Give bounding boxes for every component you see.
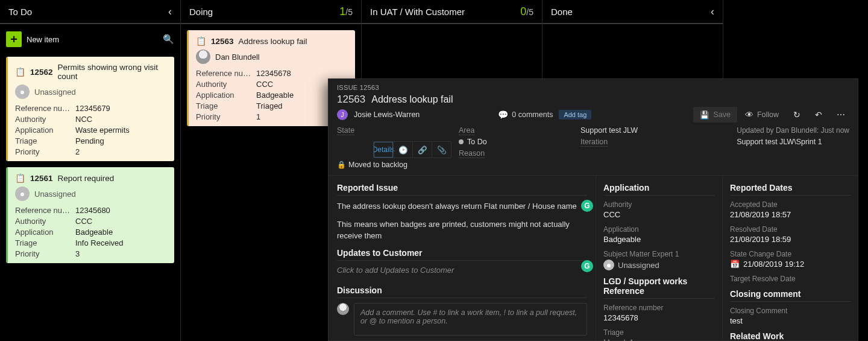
card-title-text: Address lookup fail xyxy=(239,37,307,46)
column-title: Done xyxy=(551,7,573,17)
detail-tab-bar: Details 🕑 🔗 📎 xyxy=(373,141,451,158)
wip-count: 0/5 xyxy=(520,5,533,18)
avatar xyxy=(196,49,210,64)
avatar-unassigned-icon: ● xyxy=(603,260,614,270)
updates-placeholder[interactable]: Click to add Updates to Customer xyxy=(337,266,587,275)
refresh-button[interactable]: ↻ xyxy=(787,107,807,123)
column-title: In UAT / With Customer xyxy=(370,7,465,17)
application-heading: Application xyxy=(603,183,715,196)
grammarly-icon[interactable]: G xyxy=(581,260,593,272)
tab-details[interactable]: Details xyxy=(374,142,393,158)
card-id: 12562 xyxy=(30,68,53,77)
reported-issue-text[interactable]: This means when badges are printed, cust… xyxy=(337,218,587,242)
assignee-label: Unassigned xyxy=(34,190,76,199)
attachment-icon: 📎 xyxy=(437,145,447,155)
dates-heading: Reported Dates xyxy=(730,183,851,196)
workitem-icon: 📋 xyxy=(196,36,206,46)
triage-value[interactable]: More Info xyxy=(603,338,715,340)
iteration-value[interactable]: Support test JLW\Sprint 1 xyxy=(737,138,849,147)
add-icon[interactable]: + xyxy=(6,31,22,47)
closing-comment-value[interactable]: test xyxy=(730,316,851,325)
reported-issue-heading: Reported Issue xyxy=(337,183,587,196)
card-id: 12563 xyxy=(211,37,234,46)
state-dot-icon xyxy=(459,139,464,144)
new-item-row[interactable]: + New item 🔍 xyxy=(6,30,174,51)
avatar-unassigned-icon: ● xyxy=(15,84,30,99)
grammarly-icon[interactable]: G xyxy=(581,200,593,212)
detail-side-dates: Reported Dates Accepted Date21/08/2019 1… xyxy=(722,176,858,340)
column-todo: To Do ‹ + New item 🔍 📋 12562 Permits sho… xyxy=(0,0,181,341)
save-icon: 💾 xyxy=(700,110,709,120)
state-value[interactable]: To Do xyxy=(459,138,573,147)
comment-icon: 💬 xyxy=(498,110,508,120)
accepted-date-value[interactable]: 21/08/2019 18:57 xyxy=(730,210,851,219)
reference-value[interactable]: 12345678 xyxy=(603,313,715,322)
area-value[interactable]: Support test JLW xyxy=(580,126,729,135)
avatar-unassigned-icon: ● xyxy=(15,186,30,201)
related-work-heading: Related Work xyxy=(730,331,851,340)
column-header-done: Done ‹ xyxy=(542,0,723,24)
closing-heading: Closing comment xyxy=(730,289,851,302)
breadcrumb: ISSUE 12563 xyxy=(337,84,849,91)
detail-assignee[interactable]: Josie Lewis-Warren xyxy=(354,110,420,119)
new-item-label: New item xyxy=(27,35,59,44)
application-value[interactable]: Badgeable xyxy=(603,235,715,244)
column-header-doing: Doing 1/5 xyxy=(181,0,361,24)
wip-count: 1/5 xyxy=(339,5,353,18)
comment-input[interactable]: Add a comment. Use # to link a work item… xyxy=(354,303,587,336)
column-title: Doing xyxy=(189,7,213,17)
more-button[interactable]: ⋯ xyxy=(830,107,852,123)
workitem-icon: 📋 xyxy=(15,173,25,183)
undo-button[interactable]: ↶ xyxy=(808,107,829,123)
reference-heading: LGD / Support works Reference xyxy=(603,276,715,299)
detail-id: 12563 xyxy=(337,94,365,106)
lock-icon: 🔒 xyxy=(337,161,346,169)
save-button[interactable]: 💾Save xyxy=(693,107,737,123)
updated-by-text: Updated by Dan Blundell: Just now xyxy=(737,126,849,135)
card-title-text: Report required xyxy=(58,174,115,183)
authority-value[interactable]: CCC xyxy=(603,210,715,219)
card-fields: Reference nu…12345679 AuthorityNCC Appli… xyxy=(15,104,167,156)
detail-side-application: Application AuthorityCCC ApplicationBadg… xyxy=(596,176,722,340)
discussion-heading: Discussion xyxy=(337,285,587,298)
assignee-label: Unassigned xyxy=(34,88,76,97)
chevron-left-icon[interactable]: ‹ xyxy=(711,5,714,18)
link-icon: 🔗 xyxy=(418,145,427,155)
detail-title[interactable]: Address lookup fail xyxy=(371,94,453,105)
undo-icon: ↶ xyxy=(815,110,822,120)
eye-icon: 👁 xyxy=(745,110,753,120)
card-12562[interactable]: 📋 12562 Permits showing wrong visit coun… xyxy=(6,57,174,161)
more-icon: ⋯ xyxy=(837,110,845,120)
card-id: 12561 xyxy=(30,174,53,183)
tab-history[interactable]: 🕑 xyxy=(393,142,412,158)
reason-value[interactable]: 🔒Moved to backlog xyxy=(337,161,451,169)
column-header-uat: In UAT / With Customer 0/5 xyxy=(362,0,542,24)
chevron-left-icon[interactable]: ‹ xyxy=(168,5,172,18)
avatar: J xyxy=(337,109,348,120)
tab-attachments[interactable]: 📎 xyxy=(432,142,451,158)
resolved-date-value[interactable]: 21/08/2019 18:59 xyxy=(730,235,851,244)
add-tag-button[interactable]: Add tag xyxy=(559,110,591,120)
tab-links[interactable]: 🔗 xyxy=(412,142,432,158)
state-change-date-value[interactable]: 📅21/08/2019 19:12 xyxy=(730,260,851,269)
column-title: To Do xyxy=(8,7,32,17)
column-header-todo: To Do ‹ xyxy=(0,0,180,24)
workitem-icon: 📋 xyxy=(15,67,25,77)
assignee-label: Dan Blundell xyxy=(215,53,260,62)
search-icon[interactable]: 🔍 xyxy=(163,34,174,45)
history-icon: 🕑 xyxy=(398,145,408,155)
workitem-detail-panel: ISSUE 12563 12563 Address lookup fail J … xyxy=(328,78,858,341)
comments-button[interactable]: 💬 0 comments xyxy=(498,110,553,120)
detail-toolbar: 💾Save 👁Follow ↻ ↶ ⋯ xyxy=(693,107,852,123)
updates-heading: Updates to Customer xyxy=(337,248,587,261)
detail-center-pane: G G Reported Issue The address lookup do… xyxy=(329,176,596,340)
calendar-icon: 📅 xyxy=(730,260,740,269)
follow-button[interactable]: 👁Follow xyxy=(738,107,785,123)
card-12561[interactable]: 📋 12561 Report required ● Unassigned Ref… xyxy=(6,167,174,263)
sme-value[interactable]: ● Unassigned xyxy=(603,260,715,270)
refresh-icon: ↻ xyxy=(793,110,800,120)
avatar xyxy=(337,303,349,315)
reported-issue-text[interactable]: The address lookup doesn't always return… xyxy=(337,200,587,212)
card-title-text: Permits showing wrong visit count xyxy=(58,63,167,81)
